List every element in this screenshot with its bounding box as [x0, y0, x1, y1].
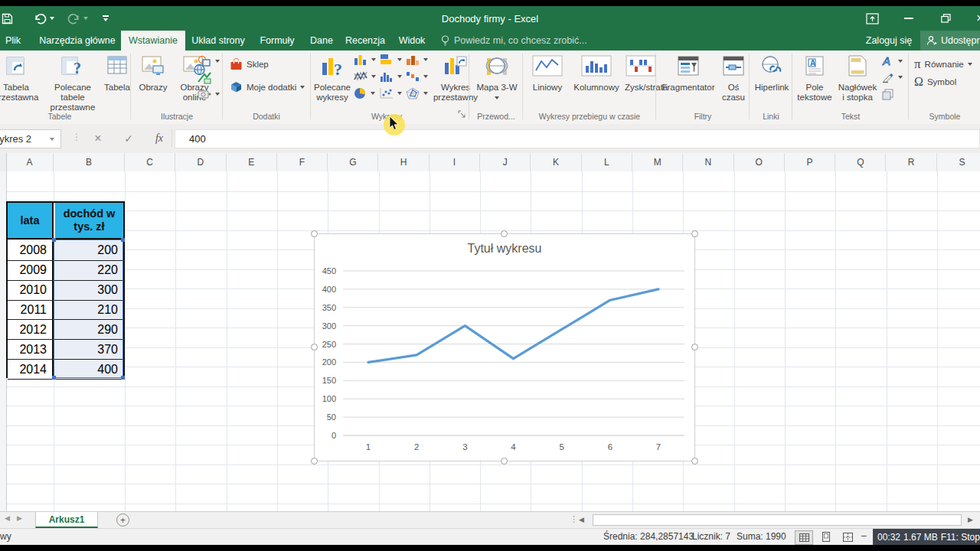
chart-resize-handle[interactable]	[691, 458, 698, 465]
cell-year[interactable]: 2011	[8, 301, 54, 320]
hscroll-left-icon[interactable]: ◀	[579, 516, 584, 523]
column-header-N[interactable]: N	[683, 153, 733, 171]
ribbon-display-options-button[interactable]	[861, 6, 884, 31]
page-break-view-button[interactable]	[839, 530, 856, 543]
horizontal-scrollbar-thumb[interactable]	[593, 514, 962, 526]
chart-resize-handle[interactable]	[691, 344, 698, 350]
column-header-P[interactable]: P	[785, 153, 835, 171]
tab-home[interactable]: Narzędzia główne	[34, 31, 121, 51]
share-button[interactable]: Udostępnij	[920, 31, 980, 51]
slicer-button[interactable]: Fragmentator	[658, 54, 718, 121]
column-header-A[interactable]: A	[6, 153, 54, 171]
sign-in-link[interactable]: Zaloguj się	[859, 31, 919, 51]
cell-year[interactable]: 2010	[8, 281, 54, 300]
map-3d-button[interactable]: Mapa 3-W	[473, 54, 521, 121]
column-header-G[interactable]: G	[328, 153, 378, 171]
wordart-button[interactable]: A	[882, 55, 903, 67]
formula-bar-splitter[interactable]: ⋮	[72, 132, 82, 142]
column-header-K[interactable]: K	[531, 153, 581, 171]
insert-hierarchy-chart-button[interactable]	[406, 54, 428, 65]
signature-line-button[interactable]	[882, 72, 903, 83]
range-handle[interactable]	[121, 238, 125, 242]
name-box[interactable]: Wykres 2	[0, 129, 61, 148]
sheet-nav-next-icon[interactable]: ▶	[17, 514, 22, 522]
tab-insert[interactable]: Wstawianie	[121, 31, 185, 51]
column-header-E[interactable]: E	[227, 153, 277, 171]
tab-scrollbar-splitter[interactable]: ⋮	[570, 514, 578, 524]
screenshot-button[interactable]	[198, 89, 220, 99]
insert-scatter-chart-button[interactable]	[380, 87, 402, 99]
cell-year[interactable]: 2009	[8, 261, 54, 280]
column-header-M[interactable]: M	[632, 153, 683, 171]
column-header-H[interactable]: H	[379, 153, 430, 171]
new-sheet-button[interactable]: +	[116, 514, 129, 527]
column-header-D[interactable]: D	[175, 153, 226, 171]
name-box-dropdown-icon[interactable]	[50, 138, 54, 141]
chart-title[interactable]: Tytuł wykresu	[315, 242, 694, 256]
tab-file[interactable]: Plik	[0, 31, 29, 51]
symbol-button[interactable]: Ω Symbol	[914, 75, 956, 89]
chart-resize-handle[interactable]	[311, 230, 318, 237]
object-button[interactable]	[882, 89, 893, 100]
sparkline-column-button[interactable]: Kolumnowy	[570, 54, 623, 121]
timeline-button[interactable]: Oś czasu	[718, 54, 749, 121]
cell-year[interactable]: 2012	[8, 320, 54, 339]
tab-data[interactable]: Dane	[303, 31, 340, 51]
close-button[interactable]: ×	[971, 6, 980, 31]
column-header-L[interactable]: L	[582, 153, 632, 171]
range-handle[interactable]	[121, 376, 125, 380]
insert-column-chart-button[interactable]	[354, 54, 376, 65]
table-button[interactable]: Tabela	[101, 54, 133, 121]
tab-formulas[interactable]: Formuły	[251, 31, 303, 51]
smartart-button[interactable]	[198, 72, 211, 84]
range-handle[interactable]	[52, 376, 56, 380]
column-header-S[interactable]: S	[937, 153, 980, 171]
sheet-grid[interactable]: lata dochód w tys. zł 200820020092202010…	[0, 171, 980, 511]
sparkline-line-button[interactable]: Liniowy	[527, 54, 568, 121]
chart-resize-handle[interactable]	[501, 230, 508, 237]
charts-dialog-launcher-icon[interactable]	[458, 110, 466, 118]
data-table[interactable]: lata dochód w tys. zł 200820020092202010…	[6, 201, 125, 378]
recommended-charts-button[interactable]: ? Polecane wykresy	[311, 54, 354, 121]
chart[interactable]: Tytuł wykresu 45040035030025020015010050…	[314, 233, 695, 461]
zoom-out-button[interactable]: −	[861, 530, 867, 542]
insert-waterfall-chart-button[interactable]	[406, 70, 428, 82]
minimize-button[interactable]	[897, 6, 920, 31]
cell-year[interactable]: 2008	[8, 241, 54, 260]
chart-resize-handle[interactable]	[311, 344, 318, 350]
enter-formula-button[interactable]: ✓	[119, 129, 138, 147]
table-header-dochod[interactable]: dochód w tys. zł	[55, 203, 123, 240]
column-header-R[interactable]: R	[887, 153, 937, 171]
pivot-table-button[interactable]: Tabela przestawna	[0, 54, 43, 121]
header-footer-button[interactable]: Nagłówek i stopka	[836, 54, 879, 121]
cancel-formula-button[interactable]: ×	[89, 129, 107, 147]
sheet-nav-prev-icon[interactable]: ◀	[5, 514, 10, 522]
text-box-button[interactable]: A Pole tekstowe	[795, 54, 835, 121]
hscroll-right-icon[interactable]: ▶	[968, 516, 973, 523]
column-header-O[interactable]: O	[734, 153, 785, 171]
pictures-button[interactable]: Obrazy	[133, 54, 173, 121]
tell-me-box[interactable]: Powiedz mi, co chcesz zrobić...	[441, 31, 587, 51]
insert-pie-chart-button[interactable]	[354, 87, 375, 99]
tab-review[interactable]: Recenzja	[340, 31, 390, 51]
formula-input[interactable]: 400	[175, 129, 980, 148]
table-header-lata[interactable]: lata	[8, 203, 54, 240]
hyperlink-button[interactable]: Hiperlink	[752, 54, 792, 121]
equation-button[interactable]: π Równanie	[914, 57, 972, 72]
cell-year[interactable]: 2013	[8, 340, 54, 359]
sheet-tab-arkusz1[interactable]: Arkusz1	[35, 512, 98, 528]
sparkline-winloss-button[interactable]: Zysk/strata	[625, 54, 657, 121]
range-handle[interactable]	[52, 238, 56, 242]
insert-statistic-chart-button[interactable]	[380, 70, 402, 82]
normal-view-button[interactable]	[795, 530, 813, 545]
tab-page-layout[interactable]: Układ strony	[185, 31, 251, 51]
insert-bar-chart-button[interactable]	[380, 54, 402, 65]
chart-resize-handle[interactable]	[691, 230, 698, 237]
page-layout-view-button[interactable]	[818, 530, 835, 543]
chart-resize-handle[interactable]	[311, 458, 318, 465]
restore-button[interactable]	[934, 6, 957, 31]
column-header-C[interactable]: C	[125, 153, 175, 171]
tab-view[interactable]: Widok	[390, 31, 433, 51]
column-header-I[interactable]: I	[430, 153, 480, 171]
column-header-B[interactable]: B	[54, 153, 125, 171]
